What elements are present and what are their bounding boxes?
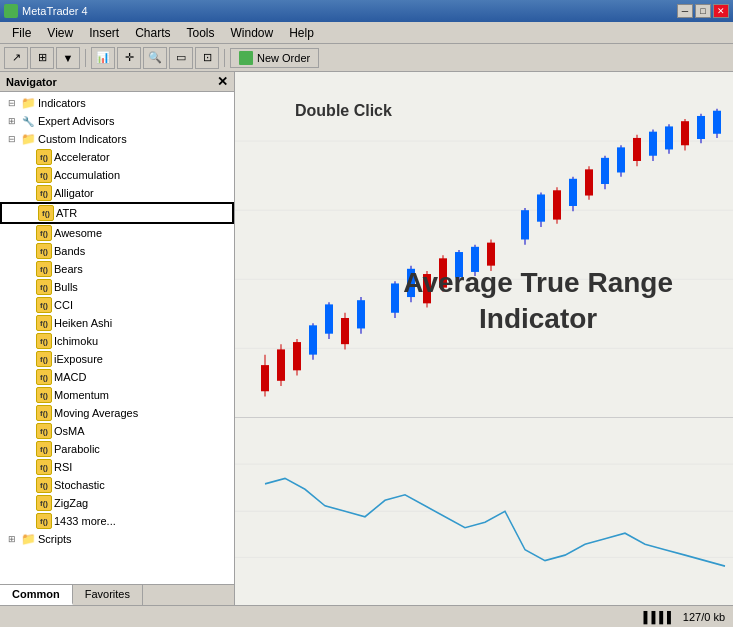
- svg-rect-14: [325, 304, 333, 333]
- navigator-close-button[interactable]: ✕: [217, 74, 228, 89]
- atr-icon: f(): [38, 205, 54, 221]
- toolbar-chart-btn[interactable]: 📊: [91, 47, 115, 69]
- svg-rect-50: [649, 132, 657, 156]
- svg-rect-8: [277, 349, 285, 380]
- maximize-button[interactable]: □: [695, 4, 711, 18]
- toolbar-dropdown-btn[interactable]: ▼: [56, 47, 80, 69]
- atr-label: Average True RangeIndicator: [403, 265, 673, 338]
- app-icon: [4, 4, 18, 18]
- navigator-title: Navigator: [6, 76, 57, 88]
- toolbar-rect-btn[interactable]: ▭: [169, 47, 193, 69]
- awesome-icon: f(): [36, 225, 52, 241]
- expand-scripts[interactable]: ⊞: [4, 531, 20, 547]
- menu-charts[interactable]: Charts: [127, 24, 178, 42]
- svg-rect-34: [521, 210, 529, 239]
- bears-icon: f(): [36, 261, 52, 277]
- close-button[interactable]: ✕: [713, 4, 729, 18]
- custom-indicators-label: Custom Indicators: [38, 133, 127, 145]
- tab-favorites[interactable]: Favorites: [73, 585, 143, 605]
- expand-custom-indicators[interactable]: ⊟: [4, 131, 20, 147]
- osma-icon: f(): [36, 423, 52, 439]
- tree-item-bulls[interactable]: f() Bulls: [0, 278, 234, 296]
- iexposure-label: iExposure: [54, 353, 103, 365]
- osma-label: OsMA: [54, 425, 85, 437]
- tree-item-cci[interactable]: f() CCI: [0, 296, 234, 314]
- tree-item-scripts[interactable]: ⊞ 📁 Scripts: [0, 530, 234, 548]
- menu-insert[interactable]: Insert: [81, 24, 127, 42]
- expand-indicators[interactable]: ⊟: [4, 95, 20, 111]
- svg-rect-56: [697, 116, 705, 139]
- tree-item-ichimoku[interactable]: f() Ichimoku: [0, 332, 234, 350]
- awesome-label: Awesome: [54, 227, 102, 239]
- tree-item-bears[interactable]: f() Bears: [0, 260, 234, 278]
- minimize-button[interactable]: ─: [677, 4, 693, 18]
- more-label: 1433 more...: [54, 515, 116, 527]
- toolbar-crosshair-btn[interactable]: ✛: [117, 47, 141, 69]
- heiken-ashi-icon: f(): [36, 315, 52, 331]
- tree-item-zigzag[interactable]: f() ZigZag: [0, 494, 234, 512]
- scripts-icon: 📁: [20, 531, 36, 547]
- moving-averages-icon: f(): [36, 405, 52, 421]
- expand-expert-advisors[interactable]: ⊞: [4, 113, 20, 129]
- menu-window[interactable]: Window: [223, 24, 282, 42]
- menu-tools[interactable]: Tools: [179, 24, 223, 42]
- atr-label: ATR: [56, 207, 77, 219]
- menu-help[interactable]: Help: [281, 24, 322, 42]
- tree-item-indicators[interactable]: ⊟ 📁 Indicators: [0, 94, 234, 112]
- bands-label: Bands: [54, 245, 85, 257]
- tree-item-awesome[interactable]: f() Awesome: [0, 224, 234, 242]
- tree-item-heiken-ashi[interactable]: f() Heiken Ashi: [0, 314, 234, 332]
- toolbar-copy-btn[interactable]: ⊞: [30, 47, 54, 69]
- tab-common[interactable]: Common: [0, 585, 73, 605]
- accelerator-label: Accelerator: [54, 151, 110, 163]
- tree-item-parabolic[interactable]: f() Parabolic: [0, 440, 234, 458]
- tree-item-bands[interactable]: f() Bands: [0, 242, 234, 260]
- tree-item-momentum[interactable]: f() Momentum: [0, 386, 234, 404]
- rsi-label: RSI: [54, 461, 72, 473]
- tree-item-custom-indicators[interactable]: ⊟ 📁 Custom Indicators: [0, 130, 234, 148]
- toolbar-zoom-btn[interactable]: 🔍: [143, 47, 167, 69]
- alligator-icon: f(): [36, 185, 52, 201]
- status-bar: ▌▌▌▌ 127/0 kb: [0, 605, 733, 627]
- indicators-icon: 📁: [20, 95, 36, 111]
- tree-item-iexposure[interactable]: f() iExposure: [0, 350, 234, 368]
- svg-rect-36: [537, 194, 545, 221]
- navigator-panel: Navigator ✕ ⊟ 📁 Indicators ⊞ 🔧 Expert Ad…: [0, 72, 235, 605]
- new-order-label: New Order: [257, 52, 310, 64]
- tree-item-stochastic[interactable]: f() Stochastic: [0, 476, 234, 494]
- svg-rect-18: [357, 300, 365, 328]
- macd-label: MACD: [54, 371, 86, 383]
- tree-item-accumulation[interactable]: f() Accumulation: [0, 166, 234, 184]
- stochastic-label: Stochastic: [54, 479, 105, 491]
- new-order-button[interactable]: New Order: [230, 48, 319, 68]
- svg-rect-42: [585, 169, 593, 195]
- new-order-icon: [239, 51, 253, 65]
- menu-file[interactable]: File: [4, 24, 39, 42]
- svg-rect-0: [235, 72, 733, 417]
- svg-rect-20: [391, 283, 399, 312]
- tree-item-atr[interactable]: f() ATR: [0, 202, 234, 224]
- tree-item-rsi[interactable]: f() RSI: [0, 458, 234, 476]
- tree-item-expert-advisors[interactable]: ⊞ 🔧 Expert Advisors: [0, 112, 234, 130]
- chart-canvas: Double Click: [235, 72, 733, 605]
- tree-item-macd[interactable]: f() MACD: [0, 368, 234, 386]
- accumulation-label: Accumulation: [54, 169, 120, 181]
- rsi-icon: f(): [36, 459, 52, 475]
- tree-item-alligator[interactable]: f() Alligator: [0, 184, 234, 202]
- atr-line-chart: [235, 418, 733, 605]
- menu-view[interactable]: View: [39, 24, 81, 42]
- navigator-tree[interactable]: ⊟ 📁 Indicators ⊞ 🔧 Expert Advisors ⊟ 📁 C…: [0, 92, 234, 584]
- bulls-label: Bulls: [54, 281, 78, 293]
- toolbar-separator-2: [224, 49, 225, 67]
- chart-area[interactable]: Double Click: [235, 72, 733, 605]
- zigzag-label: ZigZag: [54, 497, 88, 509]
- tree-item-osma[interactable]: f() OsMA: [0, 422, 234, 440]
- toolbar-arrow-btn[interactable]: ↗: [4, 47, 28, 69]
- tree-item-more[interactable]: f() 1433 more...: [0, 512, 234, 530]
- tree-item-accelerator[interactable]: f() Accelerator: [0, 148, 234, 166]
- svg-rect-44: [601, 158, 609, 184]
- expert-advisors-icon: 🔧: [20, 113, 36, 129]
- tree-item-moving-averages[interactable]: f() Moving Averages: [0, 404, 234, 422]
- toolbar-period-btn[interactable]: ⊡: [195, 47, 219, 69]
- macd-icon: f(): [36, 369, 52, 385]
